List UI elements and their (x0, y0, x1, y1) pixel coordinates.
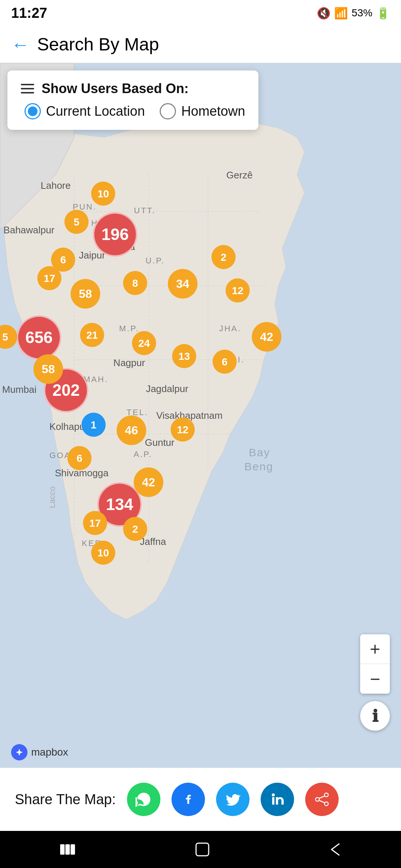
share-twitter-button[interactable] (216, 783, 250, 816)
marker-24[interactable]: 24 (132, 331, 156, 355)
marker-46[interactable]: 46 (117, 415, 146, 445)
svg-point-18 (325, 802, 328, 806)
mapbox-icon (11, 744, 27, 760)
status-time: 11:27 (11, 5, 47, 21)
marker-42b[interactable]: 42 (252, 322, 281, 352)
svg-rect-24 (196, 843, 209, 856)
marker-58a[interactable]: 58 (71, 279, 100, 309)
marker-21[interactable]: 21 (80, 323, 104, 347)
radio-current-location[interactable]: Current Location (25, 103, 145, 119)
radio-current-location-label: Current Location (46, 103, 145, 119)
back-button[interactable]: ← (11, 34, 30, 55)
marker-2a[interactable]: 2 (212, 245, 236, 269)
marker-10b[interactable]: 10 (91, 541, 115, 565)
svg-line-20 (319, 800, 325, 803)
marker-34[interactable]: 34 (168, 269, 198, 299)
marker-196[interactable]: 196 (93, 212, 137, 257)
zoom-out-button[interactable]: − (360, 664, 390, 694)
radio-options: Current Location Hometown (21, 103, 245, 119)
svg-text:Lacco: Lacco (48, 486, 57, 508)
svg-point-15 (272, 793, 275, 796)
radio-hometown-label: Hometown (181, 103, 245, 119)
radio-hometown-circle[interactable] (160, 103, 176, 119)
marker-6c[interactable]: 6 (68, 446, 92, 470)
marker-8[interactable]: 8 (123, 271, 147, 295)
battery-indicator: 53% (352, 7, 372, 19)
map-container[interactable]: Lacco Bay Beng Lahore Agra Jaipur Nagpur… (0, 63, 401, 768)
svg-text:Beng: Beng (244, 460, 273, 473)
nav-back-button[interactable] (328, 840, 343, 859)
svg-point-13 (18, 751, 21, 754)
radio-hometown[interactable]: Hometown (160, 103, 245, 119)
hamburger-icon[interactable] (21, 84, 34, 93)
marker-2b[interactable]: 2 (123, 517, 147, 541)
share-facebook-button[interactable] (172, 783, 205, 816)
marker-5a[interactable]: 5 (65, 210, 89, 234)
svg-line-19 (319, 796, 325, 798)
share-label: Share The Map: (15, 792, 116, 808)
mapbox-text: mapbox (31, 746, 68, 758)
marker-1[interactable]: 1 (82, 413, 106, 437)
marker-656[interactable]: 656 (17, 315, 61, 360)
marker-6a[interactable]: 6 (51, 248, 75, 272)
mapbox-logo: mapbox (11, 744, 68, 760)
svg-point-17 (316, 798, 319, 801)
zoom-in-button[interactable]: + (360, 634, 390, 664)
wifi-icon: 📶 (334, 7, 348, 20)
svg-rect-14 (272, 797, 274, 805)
svg-text:Bay: Bay (249, 446, 270, 458)
status-icons: 🔇 📶 53% 🔋 (317, 7, 390, 20)
marker-42a[interactable]: 42 (134, 467, 163, 497)
marker-6b[interactable]: 6 (213, 350, 237, 374)
status-bar: 11:27 🔇 📶 53% 🔋 (0, 0, 401, 26)
filter-panel: Show Users Based On: Current Location Ho… (7, 70, 258, 130)
marker-10a[interactable]: 10 (91, 182, 115, 206)
filter-title: Show Users Based On: (42, 81, 189, 96)
marker-12b[interactable]: 12 (171, 418, 195, 442)
nav-recents-button[interactable] (58, 842, 77, 857)
header: ← Search By Map (0, 26, 401, 63)
mute-icon: 🔇 (317, 7, 330, 20)
filter-title-row: Show Users Based On: (21, 81, 245, 96)
battery-icon: 🔋 (376, 7, 390, 20)
page-title: Search By Map (37, 34, 159, 55)
radio-current-location-circle[interactable] (25, 103, 41, 119)
svg-rect-22 (65, 844, 70, 855)
marker-17b[interactable]: 17 (83, 511, 107, 535)
share-generic-button[interactable] (305, 783, 339, 816)
marker-13[interactable]: 13 (172, 344, 196, 368)
marker-58b[interactable]: 58 (33, 354, 63, 384)
nav-home-button[interactable] (193, 840, 212, 859)
share-whatsapp-button[interactable] (127, 783, 160, 816)
svg-point-16 (325, 793, 328, 797)
svg-rect-23 (71, 844, 75, 855)
nav-bar (0, 831, 401, 868)
share-linkedin-button[interactable] (261, 783, 294, 816)
marker-12a[interactable]: 12 (226, 279, 250, 303)
info-button[interactable]: ℹ (360, 701, 390, 731)
svg-rect-21 (60, 844, 65, 855)
share-bar: Share The Map: (0, 768, 401, 831)
zoom-controls: + − (360, 634, 390, 694)
